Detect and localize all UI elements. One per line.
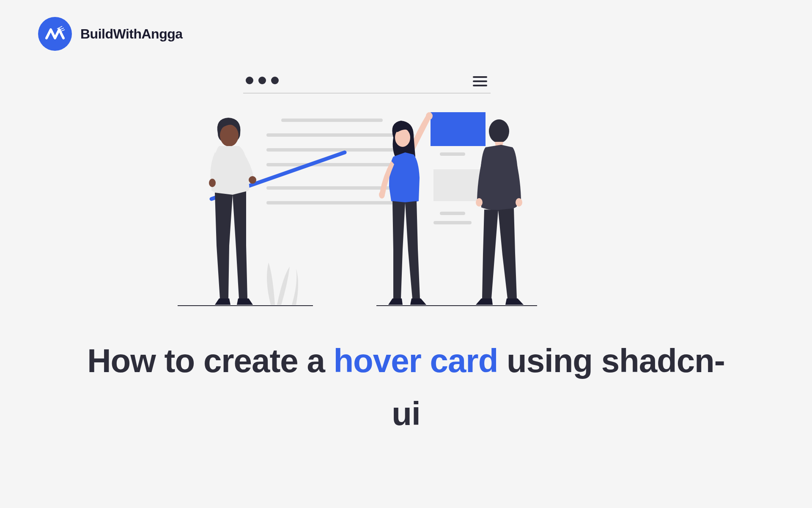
brand-logo-icon	[38, 17, 72, 51]
svg-point-30	[489, 119, 509, 143]
svg-rect-10	[281, 119, 383, 122]
svg-point-26	[249, 176, 256, 184]
svg-rect-17	[440, 152, 465, 156]
brand-header: BuildWithAngga	[38, 17, 183, 51]
hero-illustration	[169, 68, 634, 313]
person-middle-icon	[379, 112, 433, 305]
svg-point-24	[220, 124, 239, 146]
svg-point-4	[258, 77, 266, 84]
svg-point-29	[379, 191, 385, 199]
title-accent: hover card	[333, 342, 498, 379]
svg-rect-11	[266, 133, 414, 137]
svg-line-0	[57, 26, 62, 29]
svg-rect-12	[266, 148, 414, 152]
svg-point-25	[209, 179, 216, 187]
title-part-1: How to create a	[87, 342, 333, 379]
svg-rect-16	[431, 112, 486, 146]
svg-rect-20	[433, 221, 472, 224]
person-left-icon	[209, 118, 345, 305]
person-right-icon	[476, 119, 524, 305]
svg-rect-18	[433, 169, 480, 201]
svg-rect-15	[266, 201, 414, 204]
plant-icon	[267, 262, 298, 305]
page-title: How to create a hover card using shadcn-…	[85, 334, 727, 440]
svg-point-31	[476, 198, 483, 207]
svg-point-3	[246, 77, 253, 84]
svg-point-27	[426, 112, 433, 120]
brand-name: BuildWithAngga	[80, 26, 183, 42]
page-title-area: How to create a hover card using shadcn-…	[0, 334, 812, 440]
browser-wireframe-icon	[243, 77, 491, 224]
svg-point-5	[271, 77, 279, 84]
svg-point-32	[516, 198, 522, 207]
svg-rect-19	[440, 212, 465, 215]
